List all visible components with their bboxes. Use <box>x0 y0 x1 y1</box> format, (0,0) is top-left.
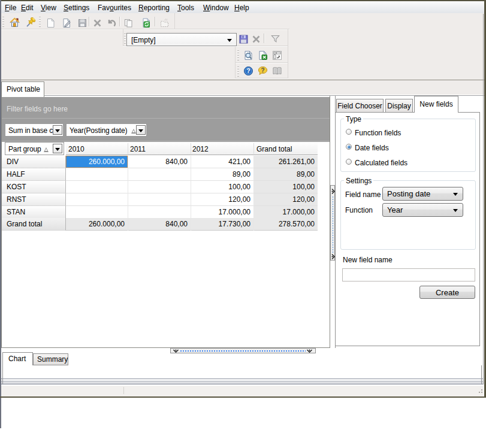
svg-text:?: ? <box>246 67 250 74</box>
svg-text:?: ? <box>261 67 264 74</box>
